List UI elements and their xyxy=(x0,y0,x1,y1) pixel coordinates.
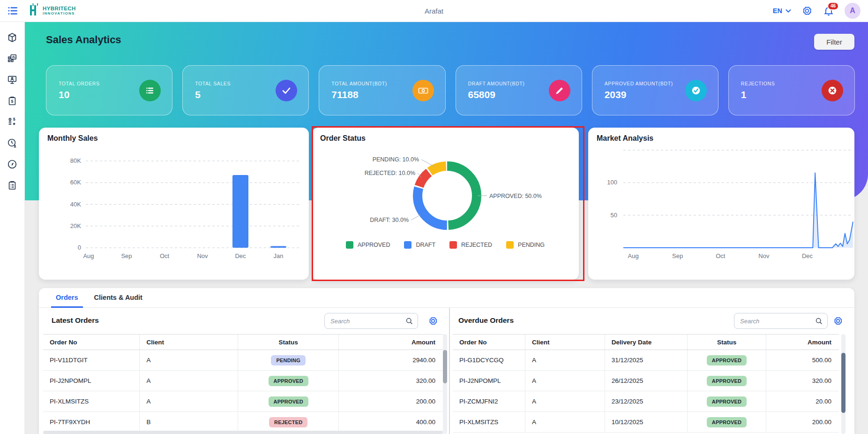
stat-cards-row: TOTAL ORDERS10TOTAL SALES5TOTAL AMOUNT(B… xyxy=(46,65,855,115)
search-icon[interactable] xyxy=(815,317,823,325)
column-header-delivery_date: Delivery Date xyxy=(605,335,688,350)
notifications-bell-icon[interactable]: 46 xyxy=(823,5,834,16)
latest-orders-scrollbar-track[interactable] xyxy=(443,334,447,434)
stat-card-total-sales: TOTAL SALES5 xyxy=(182,65,309,115)
language-label: EN xyxy=(773,7,782,15)
status-badge: APPROVED xyxy=(707,376,747,386)
svg-text:Nov: Nov xyxy=(197,252,208,259)
overdue-orders-search-input[interactable] xyxy=(734,313,827,328)
monthly-sales-bar-chart: 020K40K60K80KAugSepOctNovDecJan xyxy=(39,149,309,280)
x-circle-icon xyxy=(822,80,843,101)
cell-amount: 200.00 xyxy=(766,412,839,432)
market-analysis-title: Market Analysis xyxy=(597,134,653,143)
stat-card-value: 10 xyxy=(59,89,100,100)
sidebar-monitor-user-icon[interactable] xyxy=(7,75,17,85)
table-row[interactable]: PI-7TF9XYDHBREJECTED400.00 xyxy=(43,412,443,433)
cell-delivery_date: 31/12/2025 xyxy=(605,350,688,370)
monthly-sales-title: Monthly Sales xyxy=(47,134,98,143)
pencil-icon xyxy=(549,80,570,101)
latest-orders-settings-gear-icon[interactable] xyxy=(428,316,438,326)
sidebar-audit-clipboard-icon[interactable] xyxy=(7,180,17,190)
table-row[interactable]: PI-J2NPOMPLAAPPROVED320.00 xyxy=(43,371,443,391)
chevron-down-icon xyxy=(786,9,791,13)
language-selector[interactable]: EN xyxy=(773,7,791,15)
cell-status: APPROVED xyxy=(238,391,339,411)
sidebar-compass-icon[interactable] xyxy=(7,159,17,169)
column-header-amount: Amount xyxy=(766,335,839,350)
tab-bar: OrdersClients & Audit xyxy=(39,288,854,308)
legend-item-pending: PENDING xyxy=(506,241,545,249)
column-header-status: Status xyxy=(688,335,766,350)
cell-order_no: PI-G1DCYCGQ xyxy=(453,350,525,370)
check-icon xyxy=(276,80,297,101)
latest-orders-panel: Latest Orders Order NoClientStatusAmount… xyxy=(43,308,443,434)
table-row[interactable]: PI-XLMSITZSAAPPROVED200.00 xyxy=(43,391,443,412)
stat-card-label: TOTAL AMOUNT(BDT) xyxy=(331,81,387,86)
table-row[interactable]: PI-G1DCYCGQA31/12/2025APPROVED500.00 xyxy=(453,350,839,371)
cell-order_no: PI-XLMSITZS xyxy=(43,391,140,411)
legend-swatch xyxy=(449,241,457,249)
tab-clients-audit[interactable]: Clients & Audit xyxy=(90,288,147,308)
latest-orders-scrollbar-thumb[interactable] xyxy=(443,350,447,383)
sidebar-client-rating-icon[interactable]: $ xyxy=(7,117,17,127)
banknote-icon xyxy=(412,80,434,101)
table-row[interactable]: PI-ZCMJFNI2A23/12/2025APPROVED20.00 xyxy=(453,391,839,412)
legend-label: PENDING xyxy=(518,242,545,248)
search-icon[interactable] xyxy=(405,317,413,325)
cell-status: APPROVED xyxy=(688,350,766,370)
charts-row: Monthly Sales 020K40K60K80KAugSepOctNovD… xyxy=(0,128,868,280)
status-badge: PENDING xyxy=(271,355,306,365)
user-avatar[interactable]: A xyxy=(845,3,861,19)
notification-count-badge: 46 xyxy=(827,2,839,10)
settings-gear-icon[interactable] xyxy=(801,5,813,16)
legend-label: REJECTED xyxy=(461,242,492,248)
stat-card-total-amount-bdt-: TOTAL AMOUNT(BDT)71188 xyxy=(319,65,445,115)
sidebar-cube-icon[interactable] xyxy=(7,32,17,43)
latest-orders-hscrollbar[interactable] xyxy=(43,431,443,434)
cell-amount: 20.00 xyxy=(766,391,839,411)
cell-status: APPROVED xyxy=(688,412,766,432)
cell-delivery_date: 26/12/2025 xyxy=(605,371,688,391)
cell-order_no: PI-V11DTGIT xyxy=(43,350,140,370)
order-status-title: Order Status xyxy=(320,134,366,143)
cell-client: A xyxy=(140,350,238,370)
cell-amount: 320.00 xyxy=(339,371,443,391)
page-title: Sales Analytics xyxy=(46,34,121,46)
svg-text:40K: 40K xyxy=(70,201,81,208)
market-analysis-line-chart: 50100AugSepOctNovDec xyxy=(588,149,854,280)
table-row[interactable]: PI-XLMSITZSA10/12/2025APPROVED200.00 xyxy=(453,412,839,433)
legend-item-draft: DRAFT xyxy=(404,241,435,249)
sidebar-pending-clock-icon[interactable] xyxy=(7,138,17,148)
overdue-orders-table: Order NoClientDelivery DateStatusAmountP… xyxy=(453,334,839,433)
order-status-legend: APPROVEDDRAFTREJECTEDPENDING xyxy=(312,241,579,249)
legend-swatch xyxy=(404,241,412,249)
svg-text:$: $ xyxy=(11,99,14,104)
cell-client: B xyxy=(140,412,238,432)
sidebar-order-clipboard-icon[interactable]: $ xyxy=(7,96,17,106)
table-row[interactable]: PI-V11DTGITAPENDING2940.00 xyxy=(43,350,443,371)
cell-delivery_date: 10/12/2025 xyxy=(605,412,688,432)
orders-section-card: OrdersClients & Audit Latest Orders xyxy=(39,288,854,434)
cell-client: A xyxy=(525,391,605,411)
stat-card-value: 1 xyxy=(741,89,775,100)
column-header-client: Client xyxy=(140,335,238,350)
svg-text:DRAFT: 30.0%: DRAFT: 30.0% xyxy=(370,217,409,223)
monthly-sales-card: Monthly Sales 020K40K60K80KAugSepOctNovD… xyxy=(39,128,309,280)
overdue-orders-settings-gear-icon[interactable] xyxy=(833,316,843,326)
stat-card-rejections: REJECTIONS1 xyxy=(728,65,855,115)
tab-orders[interactable]: Orders xyxy=(51,288,83,308)
cell-status: APPROVED xyxy=(688,371,766,391)
list-icon xyxy=(139,80,161,101)
filter-button[interactable]: Filter xyxy=(814,34,854,50)
overdue-orders-scrollbar-thumb[interactable] xyxy=(841,353,846,413)
svg-text:Sep: Sep xyxy=(672,252,683,259)
column-header-client: Client xyxy=(525,335,605,350)
status-badge: APPROVED xyxy=(707,355,747,365)
order-status-highlighted-region: Order Status APPROVED: 50.0%DRAFT: 30.0%… xyxy=(312,128,584,280)
latest-orders-search-input[interactable] xyxy=(325,313,418,328)
table-row[interactable]: PI-J2NPOMPLA26/12/2025APPROVED320.00 xyxy=(453,371,839,391)
table-header-row: Order NoClientStatusAmount xyxy=(43,334,443,350)
sidebar-dashboard-chart-icon[interactable] xyxy=(7,53,17,64)
stat-card-label: APPROVED AMOUNT(BDT) xyxy=(605,81,673,86)
cell-amount: 320.00 xyxy=(766,371,839,391)
